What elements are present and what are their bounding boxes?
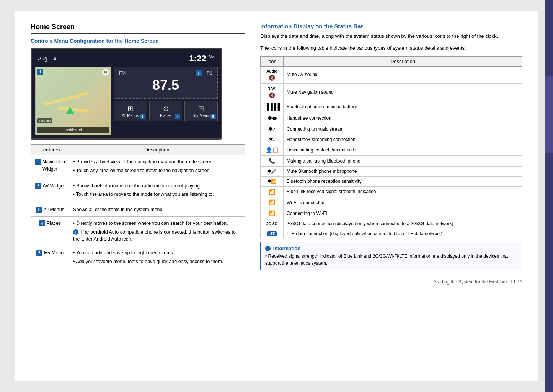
- table-row: 2AV Widget • Shows brief information on …: [31, 179, 245, 203]
- icon-blue-link-signal: 📶: [261, 186, 284, 197]
- all-menus-btn[interactable]: ⊞ All Menus 3: [114, 101, 147, 121]
- places-label: Places: [160, 114, 171, 118]
- badge-4: 4: [175, 114, 180, 119]
- icon-bt-reception: ✱📶: [261, 176, 284, 186]
- table-row: ✱☎ Handsfree connection: [261, 113, 522, 124]
- nav-widget-screen: 1 N 2mi Auto Geddes Rd: [35, 67, 111, 135]
- icon-navi-mute: NAVI 🔇: [261, 83, 284, 101]
- feature-all-menus: 3All Menus: [31, 203, 69, 217]
- table-row: ✱📶 Bluetooth phone reception sensitivity: [261, 176, 522, 186]
- icon-bt-battery: ▐▐▐▐: [261, 101, 284, 113]
- nav-badge-1: 1: [37, 69, 43, 75]
- icon-wifi-connected: 📶: [261, 197, 284, 208]
- feature-my-menu: 5My Menu: [31, 246, 69, 270]
- icon-audio-mute: Audio 🔇: [261, 66, 284, 83]
- nav-compass: N: [102, 69, 109, 76]
- nav-road: [44, 92, 88, 106]
- right-sidebar-inner: [545, 76, 553, 153]
- description-col-header: Description: [69, 145, 245, 155]
- my-menu-btn[interactable]: ⊟ My Menu 5: [184, 101, 218, 121]
- car-screen-mockup: Aug. 14 1:22 AM 1 N 2mi Auto Geddes Rd: [31, 48, 222, 140]
- screen-date: Aug. 14: [38, 55, 56, 62]
- desc-bt-battery: Bluetooth phone remaining battery: [284, 101, 522, 113]
- desc-my-menu: • You can add and save up to eight menu …: [69, 246, 245, 270]
- table-row: ✱♪ Connecting to music stream: [261, 124, 522, 135]
- info-icon-box: i: [265, 246, 271, 251]
- info-box-text: • Received signal strength indicator of …: [265, 253, 517, 267]
- my-menu-icon: ⊟: [186, 104, 216, 113]
- table-row: ✱🎤 Mute Bluetooth phone microphone: [261, 166, 522, 176]
- status-table: Icon Description Audio 🔇 Mute AV sound N…: [260, 56, 522, 239]
- page-footer: Starting the System for the First Time I…: [260, 276, 522, 285]
- table-row: 2G 3G 2G/3G data connection (displayed o…: [261, 219, 522, 229]
- desc-lte: LTE data connection (displayed only when…: [284, 229, 522, 239]
- desc-hf-stream: Handsfree+ streaming connection: [284, 135, 522, 145]
- table-row: ✱♪ Handsfree+ streaming connection: [261, 135, 522, 145]
- badge-nav: 1: [35, 159, 41, 165]
- desc-places: • Directly moves to the screen where you…: [69, 216, 245, 246]
- av-frequency: 87.5: [119, 76, 212, 95]
- icon-hf-stream: ✱♪: [261, 135, 284, 145]
- badge-places: 4: [39, 220, 45, 226]
- places-btn[interactable]: ⊙ Places 4: [149, 101, 183, 121]
- desc-handsfree: Handsfree connection: [284, 113, 522, 124]
- nav-arrow: [65, 107, 75, 114]
- badge-3: 3: [140, 114, 145, 119]
- desc-connecting-wifi: Connecting to Wi-Fi: [284, 208, 522, 219]
- desc-making-call: Making a call using Bluetooth phone: [284, 156, 522, 167]
- all-menus-label: All Menus: [122, 114, 139, 118]
- icon-download-contacts: 👤📋: [261, 145, 284, 156]
- table-row: ▐▐▐▐ Bluetooth phone remaining battery: [261, 101, 522, 113]
- left-section-title: Controls Menu Configuration for the Home…: [31, 38, 245, 44]
- info-text-2: The icons in the following table indicat…: [260, 44, 522, 52]
- av-p1-label: P1: [207, 70, 212, 76]
- status-icon-col-header: Icon: [261, 56, 284, 66]
- badge-all-menus: 3: [36, 207, 42, 213]
- info-box-title: i Information: [265, 246, 517, 252]
- right-sidebar: [545, 0, 553, 392]
- badge-my-menu: 5: [36, 250, 42, 256]
- icon-2g3g: 2G 3G: [261, 219, 284, 229]
- features-table: Features Description 1NavigationWidget •…: [31, 144, 245, 270]
- icon-music-stream: ✱♪: [261, 124, 284, 135]
- screen-body: 1 N 2mi Auto Geddes Rd FM P1 2 87.5: [35, 67, 218, 135]
- grid-icon: ⊞: [116, 104, 145, 113]
- table-row: 4Places • Directly moves to the screen w…: [31, 216, 245, 246]
- desc-audio-mute: Mute AV sound: [284, 66, 522, 83]
- nav-street: Geddes Rd: [37, 127, 109, 133]
- desc-bt-reception: Bluetooth phone reception sensitivity: [284, 176, 522, 186]
- table-row: 5My Menu • You can add and save up to ei…: [31, 246, 245, 270]
- feature-nav-widget: 1NavigationWidget: [31, 155, 69, 179]
- desc-2g3g: 2G/3G data connection (displayed only wh…: [284, 219, 522, 229]
- my-menu-label: My Menu: [193, 114, 209, 118]
- desc-music-stream: Connecting to music stream: [284, 124, 522, 135]
- right-section-title: Information Display on the Status Bar: [260, 23, 522, 29]
- desc-mute-mic: Mute Bluetooth phone microphone: [284, 166, 522, 176]
- badge-av: 2: [35, 183, 41, 189]
- info-text-1: Displays the date and time, along with t…: [260, 33, 522, 41]
- features-col-header: Features: [31, 145, 69, 155]
- desc-navi-mute: Mute Navigation sound: [284, 83, 522, 101]
- screen-right-panel: FM P1 2 87.5 ⊞ All Menus 3 ⊙: [114, 67, 218, 135]
- desc-wifi-connected: Wi-Fi is connected: [284, 197, 522, 208]
- info-box: i Information • Received signal strength…: [260, 242, 522, 270]
- nav-map-bg: 1 N 2mi Auto Geddes Rd: [36, 67, 111, 135]
- desc-av-widget: • Shows brief information on the radio m…: [69, 179, 245, 203]
- screen-header: Aug. 14 1:22 AM: [35, 52, 218, 67]
- icon-mute-mic: ✱🎤: [261, 166, 284, 176]
- table-row: 1NavigationWidget • Provides a brief vie…: [31, 155, 245, 179]
- icon-connecting-wifi: 📶: [261, 208, 284, 219]
- screen-time: 1:22 AM: [189, 54, 215, 63]
- table-row: NAVI 🔇 Mute Navigation sound: [261, 83, 522, 101]
- desc-nav-widget: • Provides a brief view of the navigatio…: [69, 155, 245, 179]
- page-title: Home Screen: [31, 23, 245, 34]
- feature-places: 4Places: [31, 216, 69, 246]
- table-row: LTE LTE data connection (displayed only …: [261, 229, 522, 239]
- desc-download-contacts: Downloading contacts/recent calls: [284, 145, 522, 156]
- icon-making-call: 📞: [261, 156, 284, 167]
- desc-blue-link-signal: Blue Link received signal strength indic…: [284, 186, 522, 197]
- table-row: 📶 Blue Link received signal strength ind…: [261, 186, 522, 197]
- table-row: 👤📋 Downloading contacts/recent calls: [261, 145, 522, 156]
- bottom-buttons: ⊞ All Menus 3 ⊙ Places 4 ⊟ My Menu 5: [114, 101, 218, 121]
- right-column: Information Display on the Status Bar Di…: [260, 23, 522, 369]
